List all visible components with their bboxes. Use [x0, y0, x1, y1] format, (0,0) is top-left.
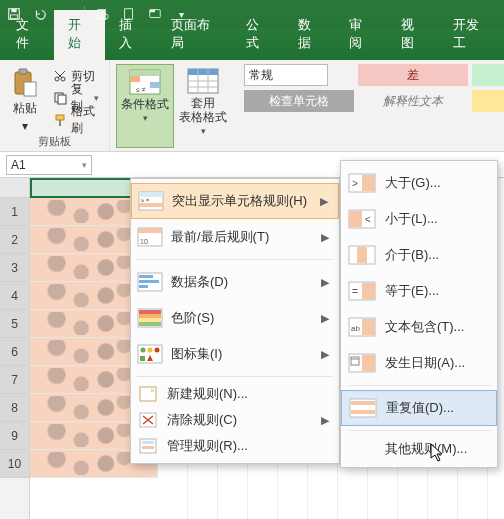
row-header[interactable]: 10	[0, 450, 29, 478]
svg-rect-2	[11, 15, 18, 19]
menu-top-bottom[interactable]: 10 最前/最后规则(T) ▶	[131, 219, 339, 255]
svg-rect-56	[362, 175, 375, 191]
less-icon: <	[347, 208, 377, 230]
save-icon[interactable]	[6, 7, 22, 21]
separator	[347, 430, 491, 431]
svg-rect-43	[139, 322, 161, 326]
menu-manage-rules[interactable]: 管理规则(R)...	[131, 433, 339, 459]
row-header[interactable]: 3	[0, 254, 29, 282]
submenu-text-contains[interactable]: ab 文本包含(T)...	[341, 309, 497, 345]
menu-label: 介于(B)...	[385, 246, 439, 264]
group-label-clipboard: 剪贴板	[6, 134, 103, 149]
menu-label: 数据条(D)	[171, 273, 228, 291]
group-styles-buttons: ≤ ≠ 条件格式 ▾ 套用 表格格式 ▾	[110, 60, 238, 151]
style-bad[interactable]: 差	[358, 64, 468, 86]
clear-rules-icon	[137, 411, 159, 429]
svg-rect-42	[139, 318, 161, 322]
chevron-down-icon: ▾	[201, 126, 206, 136]
submenu-between[interactable]: 介于(B)...	[341, 237, 497, 273]
paste-button[interactable]: 粘贴 ▾	[6, 64, 45, 134]
svg-rect-5	[125, 9, 133, 20]
svg-rect-9	[19, 69, 27, 74]
separator	[347, 385, 491, 386]
chevron-down-icon: ▾	[143, 113, 148, 123]
svg-rect-38	[139, 285, 148, 288]
ribbon: 粘贴 ▾ 剪切 复制▾ 格式刷 剪贴板 ≤ ≠	[0, 60, 504, 152]
svg-text:ab: ab	[351, 324, 360, 333]
row-header[interactable]: 1	[0, 198, 29, 226]
scissors-icon	[53, 69, 67, 83]
select-all-corner[interactable]	[0, 178, 29, 198]
text-contains-icon: ab	[347, 316, 377, 338]
tab-view[interactable]: 视图	[387, 10, 439, 60]
format-as-table-button[interactable]: 套用 表格格式 ▾	[174, 64, 232, 148]
new-icon[interactable]	[121, 7, 137, 21]
tab-page-layout[interactable]: 页面布局	[157, 10, 232, 60]
style-warning[interactable]: 警告	[472, 90, 504, 112]
chevron-down-icon: ▾	[22, 119, 28, 133]
row-header[interactable]: 6	[0, 338, 29, 366]
style-explanatory[interactable]: 解释性文本	[358, 90, 468, 112]
preview-icon[interactable]	[95, 7, 111, 21]
menu-label: 最前/最后规则(T)	[171, 228, 269, 246]
svg-rect-19	[130, 76, 140, 82]
menu-label: 突出显示单元格规则(H)	[172, 192, 307, 210]
row-header[interactable]: 2	[0, 226, 29, 254]
row-header[interactable]: 7	[0, 366, 29, 394]
svg-rect-37	[139, 280, 159, 283]
svg-rect-1	[11, 9, 16, 13]
menu-highlight-rules[interactable]: ≤ ≠ 突出显示单元格规则(H) ▶	[131, 183, 339, 219]
menu-label: 色阶(S)	[171, 309, 214, 327]
qat-more-icon[interactable]: ▾	[173, 7, 189, 21]
menu-new-rule[interactable]: 新建规则(N)...	[131, 381, 339, 407]
group-clipboard: 粘贴 ▾ 剪切 复制▾ 格式刷 剪贴板	[0, 60, 110, 151]
menu-clear-rules[interactable]: 清除规则(C) ▶	[131, 407, 339, 433]
svg-rect-67	[362, 319, 375, 335]
svg-rect-14	[58, 95, 66, 104]
tab-data[interactable]: 数据	[284, 10, 336, 60]
tab-developer[interactable]: 开发工	[439, 10, 502, 60]
svg-point-46	[148, 348, 153, 353]
conditional-formatting-button[interactable]: ≤ ≠ 条件格式 ▾	[116, 64, 174, 148]
menu-icon-sets[interactable]: 图标集(I) ▶	[131, 336, 339, 372]
tab-formulas[interactable]: 公式	[232, 10, 284, 60]
svg-rect-15	[56, 115, 64, 120]
svg-rect-18	[130, 70, 160, 76]
submenu-duplicate-values[interactable]: 重复值(D)...	[341, 390, 497, 426]
svg-text:<: <	[365, 214, 371, 225]
submenu-greater-than[interactable]: > 大于(G)...	[341, 165, 497, 201]
row-header[interactable]: 8	[0, 394, 29, 422]
submenu-more-rules[interactable]: 其他规则(M)...	[341, 435, 497, 463]
row-header[interactable]: 4	[0, 282, 29, 310]
row-headers: 1 2 3 4 5 6 7 8 9 10	[0, 178, 30, 519]
undo-icon[interactable]	[32, 7, 48, 21]
name-box[interactable]: A1 ▾	[6, 155, 92, 175]
style-check-cell[interactable]: 检查单元格	[244, 90, 354, 112]
cf-label: 条件格式	[121, 97, 169, 111]
open-icon[interactable]	[147, 7, 163, 21]
svg-text:≤ ≠: ≤ ≠	[136, 86, 146, 93]
data-bars-icon	[137, 270, 163, 294]
paste-label: 粘贴	[13, 100, 37, 117]
menu-color-scales[interactable]: 色阶(S) ▶	[131, 300, 339, 336]
name-box-value: A1	[11, 158, 26, 172]
format-painter-button[interactable]: 格式刷	[49, 110, 103, 130]
conditional-formatting-menu: ≤ ≠ 突出显示单元格规则(H) ▶ 10 最前/最后规则(T) ▶ 数据条(D…	[130, 178, 340, 464]
redo-icon[interactable]	[58, 7, 74, 21]
icon-sets-icon	[137, 342, 163, 366]
submenu-equal-to[interactable]: = 等于(E)...	[341, 273, 497, 309]
submenu-date-occurring[interactable]: 发生日期(A)...	[341, 345, 497, 381]
style-good[interactable]: 好	[472, 64, 504, 86]
menu-label: 小于(L)...	[385, 210, 438, 228]
tab-review[interactable]: 审阅	[335, 10, 387, 60]
menu-label: 发生日期(A)...	[385, 354, 465, 372]
row-header[interactable]: 9	[0, 422, 29, 450]
separator	[137, 259, 333, 260]
submenu-less-than[interactable]: < 小于(L)...	[341, 201, 497, 237]
style-normal[interactable]: 常规	[244, 64, 328, 86]
menu-label: 重复值(D)...	[386, 399, 454, 417]
row-header[interactable]: 5	[0, 310, 29, 338]
menu-data-bars[interactable]: 数据条(D) ▶	[131, 264, 339, 300]
svg-rect-16	[59, 120, 61, 126]
blank-icon	[347, 438, 377, 460]
